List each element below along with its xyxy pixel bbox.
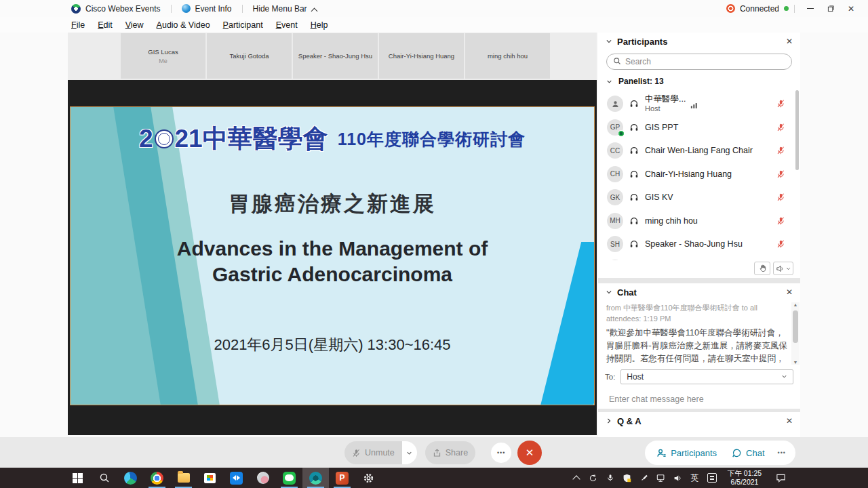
taskbar-teamviewer-button[interactable]	[223, 468, 250, 488]
participants-icon	[656, 448, 667, 458]
minimize-button[interactable]	[800, 0, 821, 17]
participants-scrollbar-thumb[interactable]	[795, 90, 799, 170]
tray-volume-icon[interactable]	[669, 468, 686, 488]
taskbar-clock[interactable]: 下午 01:25 6/5/2021	[720, 469, 769, 487]
taskbar-line-button[interactable]	[276, 468, 302, 488]
feedback-button[interactable]	[773, 262, 793, 275]
tray-language-indicator[interactable]: 英	[686, 468, 703, 488]
tray-network-icon[interactable]	[652, 468, 669, 488]
chat-scrollbar-thumb[interactable]	[793, 310, 798, 343]
video-tile[interactable]: Chair-Yi-Hsiang Huang	[379, 33, 464, 79]
close-chat-button[interactable]: ✕	[786, 287, 793, 297]
mic-muted-icon	[352, 449, 361, 458]
avatar: GK	[607, 189, 623, 205]
app-title: Cisco Webex Events	[85, 4, 161, 14]
action-center-icon	[776, 473, 786, 483]
more-options-button[interactable]: •••	[491, 443, 511, 463]
participant-name: Speaker - Shao-Jung Hsu	[645, 239, 743, 249]
taskbar-explorer-button[interactable]	[170, 468, 197, 488]
mic-muted-icon[interactable]	[776, 169, 785, 178]
windows-taskbar: P 英 下午 01:25 6/5/2021	[0, 468, 868, 488]
participant-row[interactable]: GK GIS KV	[598, 186, 795, 209]
close-window-button[interactable]: ✕	[841, 0, 861, 17]
taskbar-settings-button[interactable]	[355, 468, 382, 488]
audio-options-button[interactable]	[402, 441, 417, 464]
chat-message-input[interactable]	[609, 394, 792, 404]
avatar: CC	[607, 142, 623, 159]
leave-event-button[interactable]: ✕	[517, 441, 542, 465]
chat-toggle-button[interactable]: Chat	[724, 441, 772, 465]
tray-ime-mode-icon[interactable]	[703, 468, 720, 488]
scroll-up-icon[interactable]: ▲	[791, 302, 800, 307]
avatar	[607, 260, 623, 260]
chevron-down-icon[interactable]	[606, 289, 612, 296]
taskbar-search-button[interactable]	[91, 468, 117, 488]
participant-row[interactable]: MH ming chih hou	[598, 209, 795, 233]
video-tile[interactable]: ming chih hou	[465, 33, 550, 79]
participants-toggle-button[interactable]: Participants	[649, 441, 724, 465]
menu-participant[interactable]: Participant	[223, 20, 263, 30]
more-panels-button[interactable]: •••	[772, 449, 791, 456]
video-tile[interactable]: GIS Lucas Me	[121, 33, 205, 79]
chevron-right-icon[interactable]	[606, 418, 612, 424]
participant-search[interactable]	[606, 54, 792, 70]
mic-muted-icon[interactable]	[776, 193, 785, 202]
participant-name: ming chih hou	[645, 216, 698, 226]
close-icon: ✕	[526, 447, 534, 459]
taskbar-edge-button[interactable]	[117, 468, 144, 488]
taskbar-store-button[interactable]	[197, 468, 223, 488]
powerpoint-icon: P	[336, 472, 349, 485]
panelist-group-header[interactable]: Panelist: 13	[598, 72, 800, 88]
mic-muted-icon[interactable]	[776, 216, 785, 225]
close-participants-button[interactable]: ✕	[786, 37, 793, 46]
tray-microphone-icon[interactable]	[601, 468, 618, 488]
mic-muted-icon[interactable]	[776, 123, 785, 131]
mic-muted-icon[interactable]	[776, 100, 785, 108]
tray-expand-button[interactable]	[568, 468, 585, 488]
share-button[interactable]: Share	[425, 441, 475, 464]
mic-muted-icon[interactable]	[776, 146, 785, 155]
participant-row[interactable]: CH Chair-Yi-Hsiang Huang	[598, 163, 795, 186]
chevron-up-icon[interactable]	[312, 7, 317, 13]
action-center-button[interactable]	[769, 468, 792, 488]
video-tile[interactable]: Speaker - Shao-Jung Hsu	[293, 33, 378, 79]
participant-row[interactable]: GP GIS PPT	[598, 116, 795, 140]
scroll-down-icon[interactable]: ▼	[791, 360, 800, 365]
recipient-dropdown[interactable]: Host	[620, 369, 793, 384]
menu-help[interactable]: Help	[311, 20, 328, 30]
menu-edit[interactable]: Edit	[98, 20, 113, 30]
raise-hand-button[interactable]	[754, 262, 770, 275]
search-icon	[99, 472, 110, 483]
menu-audio-video[interactable]: Audio & Video	[157, 20, 210, 30]
hide-menu-bar-button[interactable]: Hide Menu Bar	[253, 4, 307, 14]
record-indicator-icon	[726, 4, 735, 13]
taskbar-app-button[interactable]	[250, 468, 276, 488]
headset-icon	[629, 216, 639, 226]
participant-row[interactable]: SH Speaker - Shao-Jung Hsu	[598, 232, 795, 256]
search-input[interactable]	[625, 57, 785, 66]
unmute-button[interactable]: Unmute	[344, 441, 402, 464]
restore-button[interactable]	[821, 0, 841, 17]
taskbar-chrome-button[interactable]	[144, 468, 170, 488]
meeting-control-bar: Unmute Share ••• ✕ Participants Chat •••	[0, 437, 868, 468]
taskbar-powerpoint-button[interactable]: P	[329, 468, 355, 488]
menu-file[interactable]: File	[71, 20, 85, 30]
mic-muted-icon[interactable]	[776, 240, 785, 249]
tray-pen-icon[interactable]	[635, 468, 652, 488]
start-button[interactable]	[64, 468, 91, 488]
close-qa-button[interactable]: ✕	[786, 416, 793, 426]
event-info-link[interactable]: Event Info	[195, 4, 232, 14]
participant-row[interactable]: CC Chair Wen-Liang Fang Chair	[598, 139, 795, 163]
participant-row[interactable]	[598, 256, 795, 261]
person-icon	[611, 100, 620, 108]
video-tile[interactable]: Takuji Gotoda	[207, 33, 292, 79]
chevron-down-icon[interactable]	[606, 38, 612, 45]
tray-security-icon[interactable]	[618, 468, 635, 488]
chat-scrollbar[interactable]: ▲ ▼	[791, 302, 800, 365]
taskbar-webex-button[interactable]	[302, 468, 329, 488]
menu-view[interactable]: View	[125, 20, 144, 30]
chat-panel: Chat ✕ from 中華醫學會110年度聯合學術研討會 to all att…	[598, 283, 800, 409]
menu-event[interactable]: Event	[276, 20, 298, 30]
participant-row[interactable]: 中華醫學... Host	[598, 92, 795, 116]
tray-sync-icon[interactable]	[585, 468, 601, 488]
